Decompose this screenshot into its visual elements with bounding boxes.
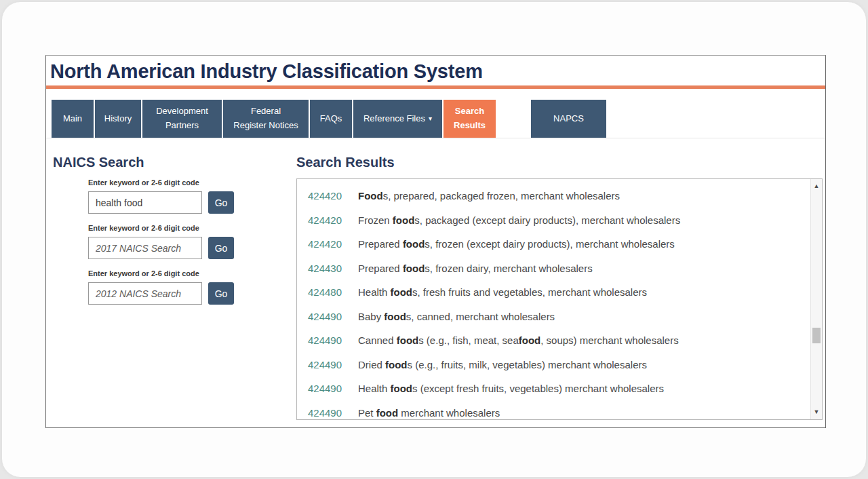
search-field-group: Enter keyword or 2-6 digit codeGo xyxy=(88,178,296,214)
result-description: Pet food merchant wholesalers xyxy=(358,407,500,419)
tab-search-results[interactable]: Search Results xyxy=(443,100,496,138)
tab-label: Federal Register Notices xyxy=(233,104,298,133)
nav-tabs: MainHistoryDevelopment PartnersFederal R… xyxy=(52,100,825,138)
keyword-label: Enter keyword or 2-6 digit code xyxy=(88,178,296,187)
tab-napcs[interactable]: NAPCS xyxy=(531,100,606,138)
tab-label: Search Results xyxy=(454,104,486,133)
result-row: 424430Prepared foods, frozen dairy, merc… xyxy=(308,256,806,281)
result-code-link[interactable]: 424490 xyxy=(308,311,347,322)
result-row: 424490Pet food merchant wholesalers xyxy=(308,401,806,421)
page-card: North American Industry Classification S… xyxy=(1,1,867,478)
nav-wrap: MainHistoryDevelopment PartnersFederal R… xyxy=(46,100,825,138)
content-box: North American Industry Classification S… xyxy=(45,55,826,428)
result-code-link[interactable]: 424490 xyxy=(308,359,347,370)
result-code-link[interactable]: 424490 xyxy=(308,407,347,419)
tab-main[interactable]: Main xyxy=(52,100,94,138)
keyword-label: Enter keyword or 2-6 digit code xyxy=(88,224,296,232)
scroll-up-icon[interactable]: ▲ xyxy=(811,180,822,192)
result-row: 424420Frozen foods, packaged (except dai… xyxy=(308,208,806,233)
result-row: 424480Health foods, fresh fruits and veg… xyxy=(308,280,806,305)
chevron-down-icon: ▾ xyxy=(429,113,432,124)
search-input-naics-2012[interactable] xyxy=(88,282,202,305)
search-field-row: Go xyxy=(88,191,296,214)
search-results-list: 424420Foods, prepared, packaged frozen, … xyxy=(308,184,806,420)
search-field-row: Go xyxy=(88,282,296,305)
tab-reference-files[interactable]: Reference Files▾ xyxy=(353,100,442,138)
result-code-link[interactable]: 424420 xyxy=(308,214,347,226)
search-field-group: Enter keyword or 2-6 digit codeGo xyxy=(88,224,296,259)
go-button-keyword[interactable]: Go xyxy=(208,191,234,214)
go-button-naics-2012[interactable]: Go xyxy=(208,282,234,305)
tab-development-partners[interactable]: Development Partners xyxy=(142,100,222,138)
result-description: Dried foods (e.g., fruits, milk, vegetab… xyxy=(358,359,647,370)
scroll-down-icon[interactable]: ▼ xyxy=(811,406,822,418)
results-box: 424420Foods, prepared, packaged frozen, … xyxy=(296,178,823,420)
result-description: Health foods (except fresh fruits, veget… xyxy=(358,383,664,394)
accent-rule xyxy=(46,85,825,89)
tab-federal-register-notices[interactable]: Federal Register Notices xyxy=(223,100,309,138)
result-code-link[interactable]: 424420 xyxy=(308,190,347,202)
result-row: 424490Dried foods (e.g., fruits, milk, v… xyxy=(308,353,806,377)
naics-search-heading: NAICS Search xyxy=(53,155,296,170)
result-row: 424420Foods, prepared, packaged frozen, … xyxy=(308,184,806,208)
main-row: NAICS Search Enter keyword or 2-6 digit … xyxy=(46,138,825,420)
tab-label: Development Partners xyxy=(156,104,208,133)
result-row: 424490Baby foods, canned, merchant whole… xyxy=(308,305,806,329)
search-results-panel: Search Results 424420Foods, prepared, pa… xyxy=(296,155,823,420)
tab-faqs[interactable]: FAQs xyxy=(310,100,352,138)
result-description: Health foods, fresh fruits and vegetable… xyxy=(358,286,647,298)
search-input-naics-2017[interactable] xyxy=(88,237,202,259)
result-code-link[interactable]: 424420 xyxy=(308,238,347,250)
search-forms: Enter keyword or 2-6 digit codeGoEnter k… xyxy=(88,178,296,305)
result-code-link[interactable]: 424490 xyxy=(308,334,347,346)
search-input-keyword[interactable] xyxy=(88,191,202,214)
result-description: Foods, prepared, packaged frozen, mercha… xyxy=(358,190,620,202)
result-code-link[interactable]: 424480 xyxy=(308,286,347,298)
result-row: 424490Canned foods (e.g., fish, meat, se… xyxy=(308,328,806,353)
title-bar: North American Industry Classification S… xyxy=(46,56,825,85)
tab-history[interactable]: History xyxy=(95,100,141,138)
result-description: Prepared foods, frozen (except dairy pro… xyxy=(358,238,675,250)
scrollbar-thumb[interactable] xyxy=(812,328,821,343)
result-row: 424490Health foods (except fresh fruits,… xyxy=(308,377,806,401)
search-field-group: Enter keyword or 2-6 digit codeGo xyxy=(88,269,296,305)
tab-label: Main xyxy=(63,112,82,126)
naics-search-panel: NAICS Search Enter keyword or 2-6 digit … xyxy=(46,155,296,420)
search-field-row: Go xyxy=(88,237,296,259)
tab-label: History xyxy=(104,112,132,126)
result-row: 424420Prepared foods, frozen (except dai… xyxy=(308,232,806,256)
tab-label: FAQs xyxy=(320,112,342,126)
result-description: Canned foods (e.g., fish, meat, seafood,… xyxy=(358,334,679,346)
search-results-heading: Search Results xyxy=(296,155,823,170)
results-scrollbar[interactable]: ▲ ▼ xyxy=(810,179,822,419)
page-title: North American Industry Classification S… xyxy=(50,60,818,83)
result-description: Prepared foods, frozen dairy, merchant w… xyxy=(358,263,593,274)
result-code-link[interactable]: 424490 xyxy=(308,383,347,394)
result-code-link[interactable]: 424430 xyxy=(308,263,347,274)
result-description: Frozen foods, packaged (except dairy pro… xyxy=(358,214,680,226)
tab-label: Reference Files xyxy=(363,112,425,126)
result-description: Baby foods, canned, merchant wholesalers xyxy=(358,311,555,322)
keyword-label: Enter keyword or 2-6 digit code xyxy=(88,269,296,277)
tab-label: NAPCS xyxy=(553,112,584,126)
go-button-naics-2017[interactable]: Go xyxy=(208,237,234,259)
